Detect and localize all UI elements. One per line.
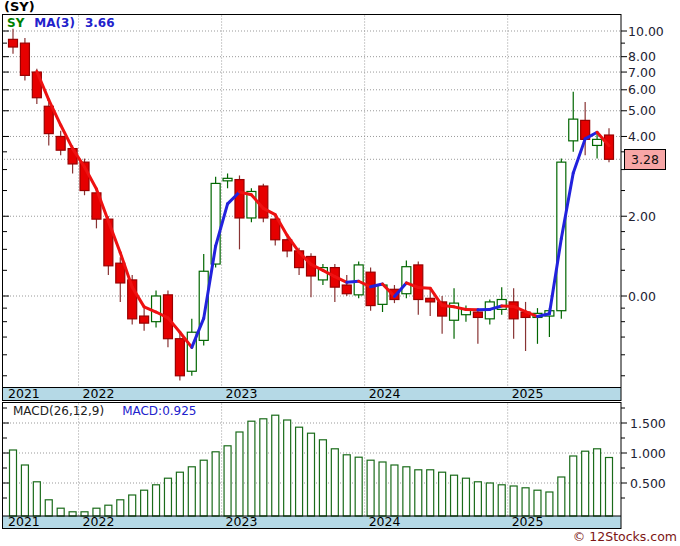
- macd-bar: [21, 465, 28, 516]
- macd-bar: [582, 451, 589, 516]
- candle-body: [56, 136, 65, 150]
- macd-bar: [129, 495, 136, 516]
- macd-params-label: MACD(26,12,9): [13, 404, 104, 418]
- candle-body: [20, 43, 29, 75]
- macd-bar: [188, 467, 195, 516]
- macd-bar: [331, 449, 338, 516]
- macd-value-label: MACD:0.925: [122, 404, 196, 418]
- macd-bar: [57, 508, 64, 516]
- macd-bar: [153, 485, 160, 516]
- ma-segment: [347, 281, 359, 282]
- macd-bar: [510, 486, 517, 516]
- macd-bar: [141, 490, 148, 516]
- price-tick-label: 4.00: [628, 129, 656, 144]
- candle-body: [605, 135, 614, 159]
- candle-body: [569, 119, 578, 141]
- macd-bar: [451, 475, 458, 516]
- candle-body: [140, 316, 149, 323]
- macd-bar: [10, 450, 17, 516]
- macd-bar: [594, 449, 601, 516]
- macd-bar: [224, 446, 231, 516]
- macd-bar: [474, 482, 481, 516]
- macd-bar: [93, 508, 100, 516]
- macd-bar: [164, 478, 171, 516]
- macd-bar: [284, 420, 291, 516]
- macd-legend: MACD(26,12,9)MACD:0.925: [13, 404, 197, 418]
- chart-canvas: 2021202120222022202320232024202420252025…: [0, 0, 680, 546]
- candle-body: [509, 302, 518, 319]
- candle-body: [473, 312, 482, 317]
- ma-segment: [418, 287, 430, 288]
- candle-body: [44, 106, 53, 133]
- macd-bar: [176, 472, 183, 516]
- macd-bar: [343, 455, 350, 516]
- macd-bar: [236, 432, 243, 516]
- price-tick-label: 10.00: [628, 24, 664, 39]
- macd-bar: [558, 477, 565, 516]
- macd-bar: [379, 462, 386, 516]
- macd-bar: [200, 460, 207, 516]
- macd-bar: [546, 492, 553, 516]
- candle-body: [259, 186, 268, 218]
- macd-bar: [355, 457, 362, 516]
- macd-bar: [69, 512, 76, 516]
- macd-bar: [486, 483, 493, 516]
- macd-bar: [498, 485, 505, 516]
- price-tick-label: 7.00: [628, 65, 656, 80]
- macd-bar: [403, 467, 410, 516]
- candle-body: [342, 285, 351, 294]
- background: [0, 0, 680, 546]
- macd-bar: [534, 490, 541, 516]
- macd-bar: [248, 421, 255, 516]
- candle-body: [9, 39, 18, 47]
- symbol-label: SY: [7, 16, 24, 30]
- macd-bar: [439, 472, 446, 516]
- price-tick-label: 5.00: [628, 103, 656, 118]
- candle-body: [426, 298, 435, 302]
- candle-body: [402, 267, 411, 294]
- macd-bar: [391, 465, 398, 516]
- macd-bar: [117, 500, 124, 516]
- macd-bar: [296, 427, 303, 516]
- macd-bar: [522, 488, 529, 516]
- macd-bar: [33, 482, 40, 516]
- copyright-link[interactable]: © 12Stocks.com: [573, 529, 677, 544]
- candle-body: [366, 272, 375, 305]
- macd-bar: [606, 458, 613, 517]
- current-price-badge: 3.28: [624, 149, 666, 170]
- macd-bar: [212, 452, 219, 516]
- macd-bar: [105, 505, 112, 516]
- candle-body: [175, 339, 184, 376]
- macd-tick-label: 0.500: [630, 476, 666, 491]
- macd-bar: [367, 460, 374, 516]
- stock-chart-widget: 2021202120222022202320232024202420252025…: [0, 0, 680, 546]
- macd-bar: [81, 512, 88, 516]
- macd-bar: [260, 419, 267, 516]
- price-tick-label: 6.00: [628, 82, 656, 97]
- macd-bar: [45, 500, 52, 516]
- macd-bar: [415, 470, 422, 516]
- price-legend: SYMA(3)3.66: [7, 16, 125, 30]
- macd-bar: [462, 478, 469, 516]
- price-tick-label: 2.00: [628, 209, 656, 224]
- chart-title: (SY): [4, 0, 35, 14]
- macd-bar: [427, 470, 434, 516]
- ma-label: MA(3): [34, 16, 75, 30]
- candle-body: [593, 139, 602, 145]
- candle-body: [414, 265, 423, 300]
- candle-body: [223, 178, 232, 181]
- macd-bar: [272, 415, 279, 516]
- macd-bar: [570, 456, 577, 516]
- ma-segment: [442, 306, 454, 307]
- macd-bar: [308, 433, 315, 516]
- macd-tick-label: 1.500: [630, 416, 666, 431]
- ma-value: 3.66: [85, 16, 115, 30]
- price-tick-label: 0.00: [628, 289, 656, 304]
- macd-tick-label: 1.000: [630, 446, 666, 461]
- candle-body: [235, 180, 244, 218]
- price-tick-label: 8.00: [628, 49, 656, 64]
- macd-bar: [319, 440, 326, 516]
- candle-body: [152, 296, 161, 322]
